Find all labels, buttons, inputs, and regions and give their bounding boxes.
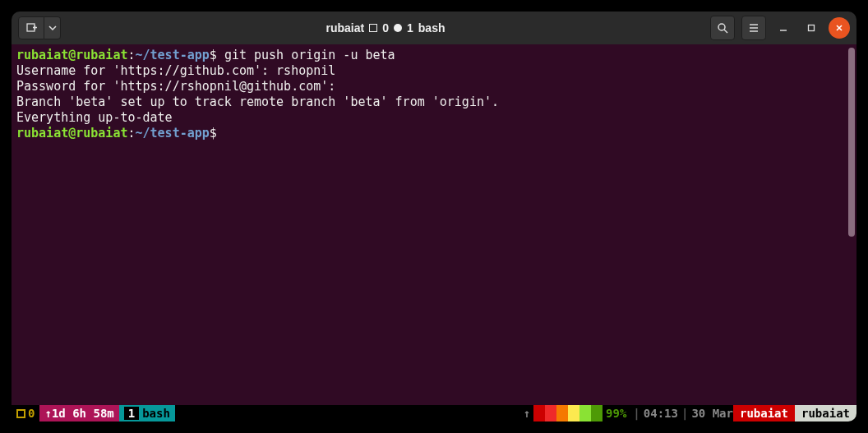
titlebar: rubaiat 0 1 bash — [12, 12, 856, 44]
scrollbar-thumb[interactable] — [848, 48, 855, 237]
window-inner: rubaiat 0 1 bash — [12, 12, 856, 421]
title-user: rubaiat — [326, 21, 365, 35]
prompt-path: ~/test-app — [136, 126, 210, 140]
output-line: Password for 'https://rshopnil@github.co… — [16, 79, 335, 94]
window-title: rubaiat 0 1 bash — [66, 21, 705, 35]
minimize-icon — [779, 24, 787, 32]
svg-point-3 — [718, 24, 725, 30]
output-line: Username for 'https://github.com': rshop… — [16, 63, 335, 78]
new-tab-button[interactable] — [18, 16, 44, 39]
battery-bar — [533, 405, 603, 421]
prompt-colon: : — [127, 48, 135, 62]
status-spacer — [175, 405, 520, 421]
svg-rect-9 — [809, 25, 815, 31]
title-shell: bash — [418, 21, 446, 35]
separator: | — [630, 405, 643, 421]
uptime-text: 1d 6h 58m — [52, 407, 114, 420]
battery-arrow-icon: ↑ — [520, 405, 533, 421]
title-count-filled: 1 — [407, 21, 413, 35]
hamburger-icon — [748, 22, 760, 34]
svg-line-4 — [724, 30, 727, 33]
output-line: Everything up-to-date — [16, 110, 173, 125]
maximize-button[interactable] — [801, 17, 822, 39]
status-session: 0 — [12, 405, 39, 421]
status-user: rubaiat — [795, 405, 856, 421]
chevron-down-icon — [48, 25, 57, 30]
search-icon — [717, 22, 728, 34]
session-index: 0 — [28, 407, 35, 420]
separator: | — [678, 405, 691, 421]
arrow-up-icon: ↑ — [44, 407, 51, 420]
tab-dropdown-button[interactable] — [44, 16, 61, 39]
clock-date: 30 Mar — [691, 405, 733, 421]
prompt-path: ~/test-app — [136, 48, 210, 62]
window-name: bash — [142, 407, 170, 420]
output-line: Branch 'beta' set up to track remote bra… — [16, 94, 499, 109]
window-index: 1 — [124, 407, 139, 420]
session-box-icon — [16, 409, 25, 418]
clock-time: 04:13 — [644, 405, 678, 421]
titlebar-left-controls — [18, 16, 61, 39]
prompt-userhost: rubaiat@rubaiat — [16, 126, 127, 140]
command-text: git push origin -u beta — [224, 48, 395, 62]
status-right: ↑ 99% | 04:13 | 30 Mar rubaiat rubaiat — [520, 405, 856, 421]
title-count-open: 0 — [382, 21, 389, 35]
new-tab-icon — [25, 22, 37, 34]
battery-percent: 99% — [603, 405, 630, 421]
close-button[interactable] — [829, 17, 850, 39]
maximize-icon — [807, 24, 815, 32]
status-host: rubaiat — [733, 405, 795, 421]
circle-filled-icon — [394, 24, 402, 32]
terminal-content[interactable]: rubaiat@rubaiat:~/test-app$ git push ori… — [12, 44, 856, 405]
prompt-dollar: $ — [210, 126, 217, 140]
close-icon — [835, 24, 843, 32]
prompt-userhost: rubaiat@rubaiat — [16, 48, 127, 62]
prompt-dollar: $ — [210, 48, 217, 62]
tmux-statusbar: 0 ↑ 1d 6h 58m 1 bash ↑ 99% | 04:13 | — [12, 405, 856, 421]
status-window[interactable]: 1 bash — [119, 405, 175, 421]
terminal-lines: rubaiat@rubaiat:~/test-app$ git push ori… — [16, 48, 852, 141]
status-uptime: ↑ 1d 6h 58m — [39, 405, 118, 421]
minimize-button[interactable] — [773, 17, 794, 39]
menu-button[interactable] — [741, 16, 766, 40]
search-button[interactable] — [710, 16, 735, 40]
terminal-window: rubaiat 0 1 bash — [0, 0, 868, 433]
titlebar-right-controls — [710, 16, 850, 40]
prompt-colon: : — [127, 126, 135, 140]
square-outline-icon — [369, 24, 377, 32]
